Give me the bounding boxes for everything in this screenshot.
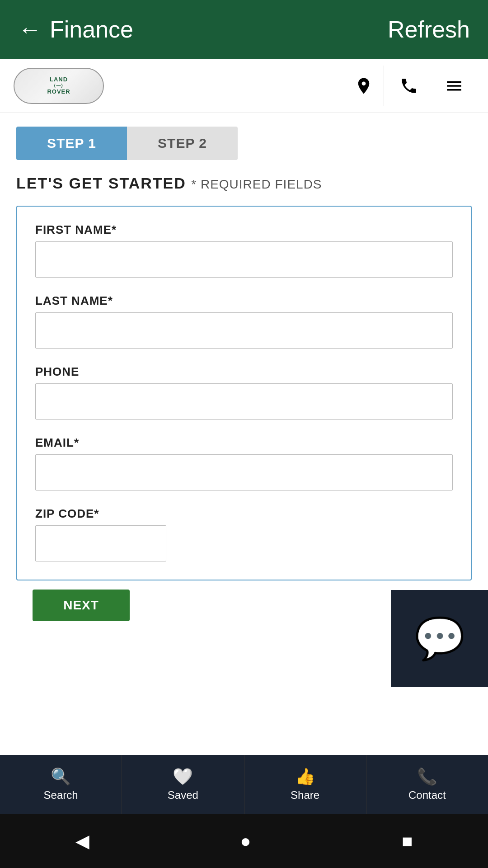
next-button[interactable]: NEXT — [33, 590, 130, 621]
zip-code-input[interactable] — [35, 525, 166, 561]
contact-nav-item[interactable]: 📞 Contact — [366, 755, 488, 814]
android-back-button[interactable]: ◀ — [75, 830, 89, 851]
chat-icon: 💬 — [414, 615, 465, 662]
last-name-label: LAST NAME* — [35, 294, 453, 308]
email-input[interactable] — [35, 454, 453, 491]
contact-icon: 📞 — [417, 767, 437, 786]
saved-nav-item[interactable]: 🤍 Saved — [122, 755, 244, 814]
form-container: FIRST NAME* LAST NAME* PHONE EMAIL* ZIP … — [16, 206, 472, 580]
android-nav: ◀ ● ■ — [0, 814, 488, 868]
location-icon[interactable] — [343, 66, 384, 106]
phone-label: PHONE — [35, 365, 453, 379]
land-rover-logo[interactable]: LAND ⟨—⟩ ROVER — [14, 68, 104, 104]
first-name-field: FIRST NAME* — [35, 223, 453, 278]
bottom-nav: 🔍 Search 🤍 Saved 👍 Share 📞 Contact — [0, 755, 488, 814]
chat-bubble-button[interactable]: 💬 — [391, 590, 488, 687]
step-2-tab[interactable]: STEP 2 — [127, 127, 238, 160]
saved-nav-label: Saved — [168, 789, 198, 802]
step-1-tab[interactable]: STEP 1 — [16, 127, 127, 160]
search-icon: 🔍 — [51, 767, 71, 786]
refresh-button[interactable]: Refresh — [388, 16, 470, 43]
last-name-input[interactable] — [35, 312, 453, 349]
first-name-label: FIRST NAME* — [35, 223, 453, 237]
nav-icons — [343, 66, 474, 106]
phone-input[interactable] — [35, 383, 453, 420]
secondary-nav: LAND ⟨—⟩ ROVER — [0, 59, 488, 113]
back-button[interactable]: ← Finance — [18, 16, 133, 43]
top-bar: ← Finance Refresh — [0, 0, 488, 59]
share-icon: 👍 — [295, 767, 315, 786]
share-nav-label: Share — [291, 789, 319, 802]
share-nav-item[interactable]: 👍 Share — [244, 755, 366, 814]
main-content: STEP 1 STEP 2 LET'S GET STARTED * REQUIR… — [0, 113, 488, 791]
step-tabs: STEP 1 STEP 2 — [16, 127, 238, 160]
phone-field: PHONE — [35, 365, 453, 420]
saved-icon: 🤍 — [173, 767, 193, 786]
page-title: Finance — [50, 16, 133, 43]
logo-area: LAND ⟨—⟩ ROVER — [14, 68, 343, 104]
first-name-input[interactable] — [35, 241, 453, 278]
menu-icon[interactable] — [434, 66, 474, 106]
last-name-field: LAST NAME* — [35, 294, 453, 349]
back-arrow-icon: ← — [18, 16, 42, 43]
zip-code-field: ZIP CODE* — [35, 507, 453, 561]
contact-nav-label: Contact — [408, 789, 446, 802]
search-nav-item[interactable]: 🔍 Search — [0, 755, 122, 814]
email-field: EMAIL* — [35, 436, 453, 491]
android-recent-button[interactable]: ■ — [402, 831, 413, 851]
search-nav-label: Search — [44, 789, 78, 802]
zip-code-label: ZIP CODE* — [35, 507, 453, 521]
android-home-button[interactable]: ● — [240, 831, 251, 851]
email-label: EMAIL* — [35, 436, 453, 450]
phone-icon[interactable] — [389, 66, 429, 106]
form-heading: LET'S GET STARTED * REQUIRED FIELDS — [16, 175, 472, 192]
